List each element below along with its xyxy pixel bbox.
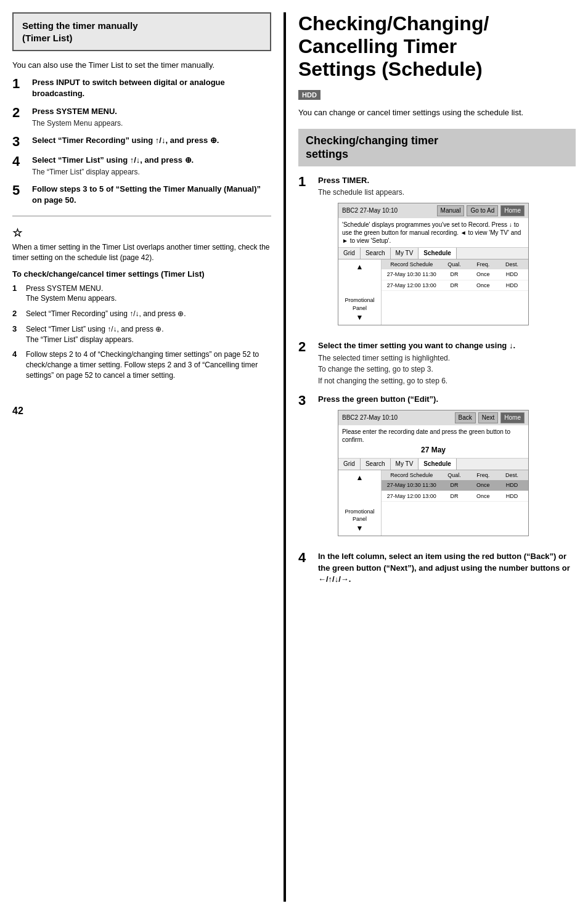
timer-list-section-box: Setting the timer manually (Timer List) <box>12 12 271 51</box>
page-number: 42 <box>12 406 271 417</box>
schedule-arrow-down-2[interactable]: ▼ <box>341 523 378 534</box>
schedule-tabs-2: Grid Search My TV Schedule <box>338 459 528 470</box>
right-steps-list: 1 Press TIMER. The schedule list appears… <box>298 175 576 585</box>
right-step-4-text: In the left column, select an item using… <box>318 552 570 583</box>
right-main-title: Checking/Changing/ Cancelling Timer Sett… <box>298 12 576 80</box>
step-5-text: Follow steps 3 to 5 of “Setting the Time… <box>32 184 261 205</box>
schedule-date-display: 27 May <box>342 446 525 455</box>
note-icon: ☆ <box>12 226 271 240</box>
schedule-row-2-2: 27-May 12:00 13:00 DR Once HDD <box>382 491 528 502</box>
step-5: 5 Follow steps 3 to 5 of “Setting the Ti… <box>12 184 271 206</box>
right-step-2-sub1: The selected timer setting is highlighte… <box>318 353 576 364</box>
schedule-row-1-2: 27-May 12:00 13:00 DR Once HDD <box>382 280 528 292</box>
sub-section-title: To check/change/cancel timer settings (T… <box>12 269 271 279</box>
right-intro-text: You can change or cancel timer settings … <box>298 107 576 118</box>
right-step-2-text: Select the timer setting you want to cha… <box>318 341 515 350</box>
note-text: When a timer setting in the Timer List o… <box>12 242 271 263</box>
hdd-badge: HDD <box>298 90 321 100</box>
step-2: 2 Press SYSTEM MENU. The System Menu app… <box>12 106 271 129</box>
sub-steps-list: 1 Press SYSTEM MENU. The System Menu app… <box>12 284 271 381</box>
right-step-2-sub2: To change the setting, go to step 3. <box>318 364 576 375</box>
step-2-sub: The System Menu appears. <box>32 118 271 129</box>
step-4-text: Select “Timer List” using ↑/↓, and press… <box>32 155 194 165</box>
schedule-ui-1: BBC2 27-May 10:10 Manual Go to Ad Home '… <box>338 203 529 326</box>
schedule-topbar-1: BBC2 27-May 10:10 Manual Go to Ad Home <box>338 203 528 218</box>
sub-heading-box: Checking/changing timer settings <box>298 129 576 166</box>
schedule-arrow-down-1[interactable]: ▼ <box>341 312 378 323</box>
left-column: Setting the timer manually (Timer List) … <box>12 12 271 902</box>
step-1-text: Press INPUT to switch between digital or… <box>32 78 225 98</box>
sub-step-1-sub: The System Menu appears. <box>26 293 116 304</box>
right-step-2-sub3: If not changing the setting, go to step … <box>318 376 576 386</box>
sub-step-4: 4 Follow steps 2 to 4 of “Checking/chang… <box>12 349 271 380</box>
schedule-tabs-1: Grid Search My TV Schedule <box>338 248 528 259</box>
schedule-row-1-1: 27-May 10:30 11:30 DR Once HDD <box>382 269 528 280</box>
right-step-3-text: Press the green button (“Edit”). <box>318 394 438 404</box>
step-3-text: Select “Timer Recording” using ↑/↓, and … <box>32 136 219 145</box>
sub-heading-title: Checking/changing timer settings <box>306 134 568 161</box>
schedule-arrow-up-1[interactable]: ▲ <box>341 262 378 272</box>
right-step-1: 1 Press TIMER. The schedule list appears… <box>298 175 576 333</box>
sub-step-3: 3 Select “Timer List” using ↑/↓, and pre… <box>12 324 271 345</box>
schedule-info-1: 'Schedule' displays programmes you've se… <box>338 218 528 248</box>
divider-1 <box>12 216 271 216</box>
step-2-text: Press SYSTEM MENU. <box>32 107 117 116</box>
right-step-4: 4 In the left column, select an item usi… <box>298 551 576 585</box>
schedule-row-2-1: 27-May 10:30 11:30 DR Once HDD <box>382 480 528 491</box>
right-step-1-sub: The schedule list appears. <box>318 187 576 198</box>
timer-list-title: Setting the timer manually (Timer List) <box>22 20 261 44</box>
right-step-3: 3 Press the green button (“Edit”). BBC2 … <box>298 394 576 544</box>
sub-step-2: 2 Select “Timer Recording” using ↑/↓, an… <box>12 309 271 319</box>
sub-step-3-sub: The “Timer List” display appears. <box>26 335 164 345</box>
right-column: Checking/Changing/ Cancelling Timer Sett… <box>284 12 576 902</box>
step-3: 3 Select “Timer Recording” using ↑/↓, an… <box>12 135 271 149</box>
schedule-info-2: Please enter the recording date and pres… <box>338 425 528 459</box>
schedule-topbar-2: BBC2 27-May 10:10 Back Next Home <box>338 410 528 425</box>
right-step-2: 2 Select the timer setting you want to c… <box>298 340 576 386</box>
step-1: 1 Press INPUT to switch between digital … <box>12 77 271 99</box>
right-step-1-text: Press TIMER. <box>318 176 369 185</box>
schedule-ui-2: BBC2 27-May 10:10 Back Next Home Please … <box>338 410 529 536</box>
main-steps-list: 1 Press INPUT to switch between digital … <box>12 77 271 206</box>
timer-list-intro: You can also use the Timer List to set t… <box>12 60 271 71</box>
step-4: 4 Select “Timer List” using ↑/↓, and pre… <box>12 155 271 177</box>
step-4-sub: The “Timer List” display appears. <box>32 167 271 177</box>
schedule-arrow-up-2[interactable]: ▲ <box>341 473 378 483</box>
sub-step-1: 1 Press SYSTEM MENU. The System Menu app… <box>12 284 271 304</box>
